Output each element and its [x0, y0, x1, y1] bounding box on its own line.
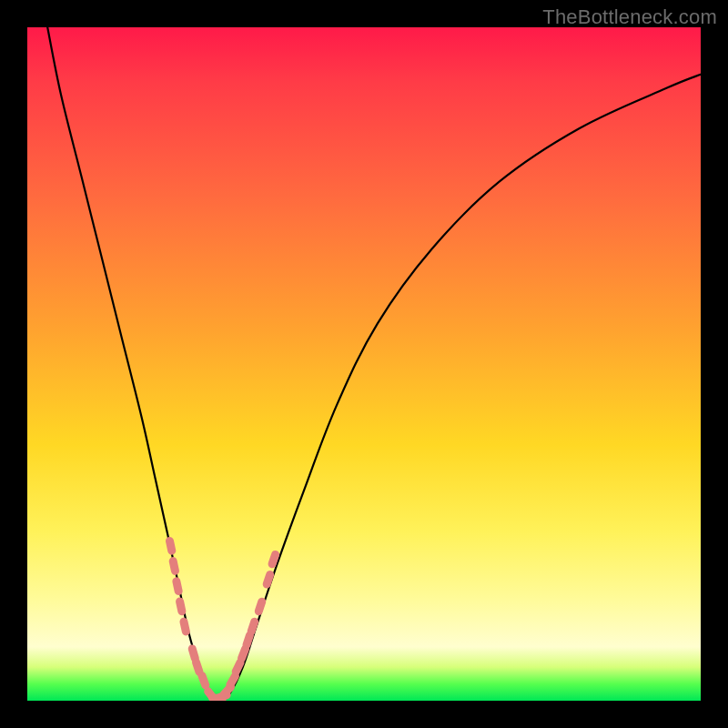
chart-marker [180, 602, 182, 612]
chart-frame: TheBottleneck.com [0, 0, 728, 728]
chart-marker [230, 676, 235, 685]
chart-marker [202, 676, 206, 685]
chart-svg [27, 27, 701, 701]
chart-marker [258, 602, 261, 611]
chart-marker [173, 561, 175, 571]
chart-marker [247, 635, 249, 644]
chart-plot-area [27, 27, 701, 701]
chart-marker [169, 541, 171, 551]
chart-marker [251, 622, 254, 631]
chart-marker [272, 554, 276, 563]
chart-marker [236, 662, 240, 672]
watermark-text: TheBottleneck.com [542, 5, 717, 29]
chart-marker [177, 581, 178, 592]
chart-marker [192, 649, 195, 659]
chart-marker [197, 662, 199, 672]
chart-markers [169, 541, 275, 700]
chart-curve [47, 27, 701, 701]
chart-marker [184, 622, 186, 632]
chart-marker [242, 649, 246, 658]
chart-marker [267, 575, 269, 584]
